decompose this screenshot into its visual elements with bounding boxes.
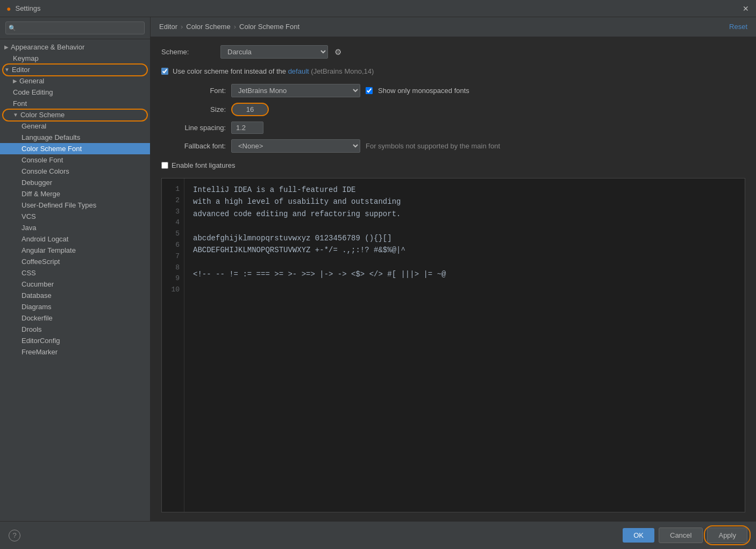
sidebar-item-label: Angular Template xyxy=(22,246,76,254)
search-box: 🔍 xyxy=(0,17,150,39)
sidebar-item-cs-angular[interactable]: Angular Template xyxy=(0,245,150,256)
sidebar-item-cs-database[interactable]: Database xyxy=(0,290,150,301)
sidebar-item-cs-general[interactable]: General xyxy=(0,120,150,132)
sidebar-item-label: Code Editing xyxy=(13,88,53,96)
sidebar-item-cs-editorconfig[interactable]: EditorConfig xyxy=(0,335,150,346)
sidebar-item-cs-coffee[interactable]: CoffeeScript xyxy=(0,256,150,267)
sidebar-item-cs-android[interactable]: Android Logcat xyxy=(0,233,150,245)
code-line: with a high level of usability and outst… xyxy=(193,196,736,208)
sidebar-item-label: CSS xyxy=(22,269,36,277)
sidebar-item-label: CoffeeScript xyxy=(22,258,60,266)
search-input[interactable] xyxy=(5,22,145,34)
font-label: Font: xyxy=(161,87,226,95)
sidebar-item-cs-cucumber[interactable]: Cucumber xyxy=(0,279,150,290)
sidebar-item-cs-java[interactable]: Java xyxy=(0,222,150,233)
code-line: advanced code editing and refactoring su… xyxy=(193,208,736,220)
fallback-label: Fallback font: xyxy=(161,142,226,150)
ligatures-label: Enable font ligatures xyxy=(161,161,745,169)
tree: ▶ Appearance & BehaviorKeymap▼ Editor▶ G… xyxy=(0,39,150,521)
code-line: <!-- -- != := === >= >- >=> |-> -> <$> <… xyxy=(193,268,736,280)
code-line xyxy=(193,220,736,232)
close-button[interactable]: ✕ xyxy=(742,5,750,12)
breadcrumb-sep2: › xyxy=(234,23,236,31)
sidebar-item-cs-lang[interactable]: Language Defaults xyxy=(0,132,150,143)
sidebar-item-editor[interactable]: ▼ Editor xyxy=(0,64,150,75)
scheme-select[interactable]: Darcula Default High Contrast Monokai xyxy=(220,45,328,59)
sidebar-item-label: Diagrams xyxy=(22,303,52,311)
sidebar-item-font[interactable]: Font xyxy=(0,98,150,109)
cancel-button[interactable]: Cancel xyxy=(659,527,703,543)
titlebar-title: ● Settings xyxy=(6,4,40,13)
ligatures-checkbox[interactable] xyxy=(161,162,168,169)
sidebar-item-cs-diff[interactable]: Diff & Merge xyxy=(0,188,150,199)
size-label: Size: xyxy=(161,105,226,113)
breadcrumb-current: Color Scheme Font xyxy=(239,23,299,31)
breadcrumb-color-scheme: Color Scheme xyxy=(186,23,230,31)
breadcrumb-editor: Editor xyxy=(159,23,177,31)
breadcrumb: Editor › Color Scheme › Color Scheme Fon… xyxy=(159,23,299,31)
sidebar-item-label: Editor xyxy=(12,66,30,74)
default-link[interactable]: default xyxy=(288,67,309,75)
arrow-icon: ▶ xyxy=(4,44,9,50)
line-number: 9 xyxy=(166,273,180,284)
line-numbers: 12345678910 xyxy=(162,179,184,512)
sidebar-item-label: Language Defaults xyxy=(22,133,80,141)
apply-button[interactable]: Apply xyxy=(707,527,747,543)
main-layout: 🔍 ▶ Appearance & BehaviorKeymap▼ Editor▶… xyxy=(0,17,756,521)
sidebar-item-label: Appearance & Behavior xyxy=(11,43,84,51)
code-line xyxy=(193,280,736,292)
code-line: IntelliJ IDEA is a full-featured IDE xyxy=(193,184,736,196)
sidebar-item-cs-vcs[interactable]: VCS xyxy=(0,211,150,222)
sidebar-item-label: Console Font xyxy=(22,156,63,164)
sidebar-item-label: Android Logcat xyxy=(22,235,68,243)
help-button[interactable]: ? xyxy=(9,530,20,541)
fallback-select[interactable]: <None> xyxy=(231,139,360,153)
sidebar-item-label: Color Scheme xyxy=(20,111,65,119)
sidebar-item-cs-user-file[interactable]: User-Defined File Types xyxy=(0,199,150,211)
sidebar-item-cs-freemarker[interactable]: FreeMarker xyxy=(0,346,150,358)
sidebar-item-general[interactable]: ▶ General xyxy=(0,75,150,87)
sidebar-item-cs-diagrams[interactable]: Diagrams xyxy=(0,301,150,312)
ok-button[interactable]: OK xyxy=(623,528,654,543)
sidebar-item-cs-debugger[interactable]: Debugger xyxy=(0,177,150,188)
sidebar-item-code-editing[interactable]: Code Editing xyxy=(0,87,150,98)
line-number: 2 xyxy=(166,195,180,206)
sidebar-item-label: EditorConfig xyxy=(22,337,60,345)
reset-button[interactable]: Reset xyxy=(729,23,747,31)
sidebar-item-label: VCS xyxy=(22,212,36,220)
sidebar-item-cs-dockerfile[interactable]: Dockerfile xyxy=(0,312,150,324)
sidebar-item-appearance[interactable]: ▶ Appearance & Behavior xyxy=(0,41,150,53)
sidebar-item-label: Keymap xyxy=(13,54,39,62)
sidebar-item-cs-console-colors[interactable]: Console Colors xyxy=(0,166,150,177)
window-title: Settings xyxy=(15,4,40,12)
line-spacing-input[interactable] xyxy=(231,122,263,134)
sidebar-item-label: Color Scheme Font xyxy=(22,145,82,153)
bottom-bar: ? OK Cancel Apply xyxy=(0,521,756,549)
show-monospaced-checkbox[interactable] xyxy=(366,87,373,94)
line-number: 3 xyxy=(166,206,180,218)
size-input[interactable] xyxy=(231,103,269,116)
sidebar-item-label: Drools xyxy=(22,325,42,333)
font-value-row: JetBrains Mono Consolas Courier New Show… xyxy=(231,84,745,97)
sidebar-item-label: FreeMarker xyxy=(22,348,58,356)
use-color-scheme-row: Use color scheme font instead of the def… xyxy=(161,67,745,75)
scheme-gear-button[interactable]: ⚙ xyxy=(333,46,343,58)
size-value-row xyxy=(231,103,745,116)
sidebar-item-cs-css[interactable]: CSS xyxy=(0,267,150,279)
line-number: 8 xyxy=(166,262,180,274)
use-color-scheme-checkbox[interactable] xyxy=(161,68,168,75)
use-color-scheme-label: Use color scheme font instead of the def… xyxy=(173,67,374,75)
sidebar-item-cs-drools[interactable]: Drools xyxy=(0,324,150,335)
font-select[interactable]: JetBrains Mono Consolas Courier New xyxy=(231,84,360,97)
sidebar-item-label: General xyxy=(22,122,46,130)
line-number: 5 xyxy=(166,229,180,240)
sidebar-item-keymap[interactable]: Keymap xyxy=(0,53,150,64)
sidebar-item-cs-console-font[interactable]: Console Font xyxy=(0,154,150,166)
app-icon: ● xyxy=(6,4,11,13)
code-line xyxy=(193,256,736,268)
line-spacing-label: Line spacing: xyxy=(161,124,226,132)
sidebar-item-label: Dockerfile xyxy=(22,314,53,322)
scheme-label: Scheme: xyxy=(161,48,215,56)
sidebar-item-color-scheme[interactable]: ▼ Color Scheme xyxy=(0,109,150,120)
sidebar-item-cs-font[interactable]: Color Scheme Font xyxy=(0,143,150,154)
